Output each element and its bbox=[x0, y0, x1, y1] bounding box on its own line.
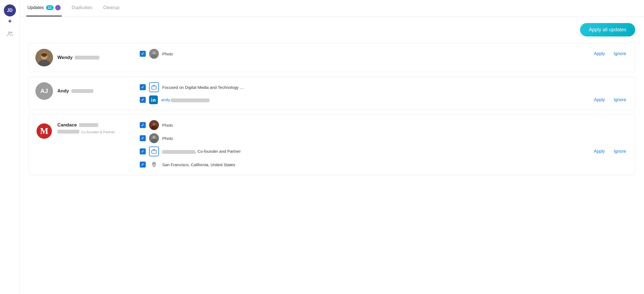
andy-linkedin-redacted bbox=[171, 98, 209, 102]
updates-count-badge: 11 bbox=[46, 5, 54, 10]
tab-cleanup[interactable]: Cleanup bbox=[102, 0, 121, 16]
andy-name: Andy bbox=[57, 88, 69, 94]
candace-action-buttons: Apply Ignore bbox=[592, 148, 628, 155]
wendy-update-photo: Photo Apply Ignore bbox=[140, 49, 628, 59]
candace-updates: Photo Photo bbox=[140, 120, 628, 169]
contact-row-candace: M Candace Co-founder & Partner bbox=[29, 114, 635, 175]
wendy-photo-text: Photo bbox=[162, 52, 589, 56]
candace-job-checkbox[interactable] bbox=[140, 148, 146, 154]
people-icon[interactable] bbox=[5, 29, 15, 39]
wendy-updates: Photo Apply Ignore bbox=[140, 49, 628, 59]
tab-bar: Updates 11 Duplicates Cleanup bbox=[20, 0, 644, 16]
candace-location-icon bbox=[149, 160, 159, 169]
candace-photo2-icon bbox=[149, 133, 159, 143]
tab-duplicates[interactable]: Duplicates bbox=[71, 0, 93, 16]
wendy-avatar bbox=[35, 49, 53, 66]
candace-photo1-icon bbox=[149, 120, 159, 130]
contact-row-andy: AJ Andy bbox=[29, 77, 635, 110]
svg-point-22 bbox=[151, 139, 157, 143]
andy-linkedin-text: andy. bbox=[161, 97, 589, 102]
andy-name-container: Andy bbox=[57, 88, 93, 94]
andy-action-buttons: Apply Ignore bbox=[592, 96, 628, 103]
candace-location-checkbox[interactable] bbox=[140, 162, 146, 168]
svg-text:M: M bbox=[40, 126, 48, 136]
wendy-action-buttons: Apply Ignore bbox=[592, 50, 628, 57]
svg-rect-23 bbox=[152, 150, 156, 154]
candace-update-photo1: Photo bbox=[140, 120, 628, 130]
candace-name-container: Candace Co-founder & Partner bbox=[57, 122, 115, 134]
svg-point-8 bbox=[152, 51, 156, 55]
candace-photo2-text: Photo bbox=[162, 136, 628, 141]
svg-rect-10 bbox=[152, 86, 156, 89]
candace-name: Candace bbox=[57, 122, 77, 128]
candace-subtitle: Co-founder & Partner bbox=[81, 130, 115, 134]
candace-update-photo2: Photo bbox=[140, 133, 628, 143]
contact-row-wendy: Wendy Photo bbox=[29, 43, 635, 72]
candace-briefcase-icon bbox=[149, 146, 159, 156]
contact-info-wendy: Wendy bbox=[35, 49, 140, 66]
andy-job-text: Focused on Digital Media and Technology … bbox=[162, 85, 628, 90]
candace-name-redacted bbox=[79, 123, 98, 127]
svg-point-24 bbox=[153, 163, 155, 164]
apply-all-container: Apply all updates bbox=[29, 23, 635, 43]
svg-point-0 bbox=[8, 32, 10, 33]
andy-updates: Focused on Digital Media and Technology … bbox=[140, 82, 628, 104]
candace-location-text: San Francisco, California, United States bbox=[162, 162, 628, 167]
contact-info-candace: M Candace Co-founder & Partner bbox=[35, 120, 140, 140]
wendy-ignore-button[interactable]: Ignore bbox=[612, 50, 628, 57]
candace-company-redacted bbox=[57, 130, 79, 134]
svg-point-18 bbox=[152, 123, 156, 126]
candace-logo: M bbox=[35, 122, 53, 140]
svg-rect-12 bbox=[152, 99, 152, 102]
wendy-apply-button[interactable]: Apply bbox=[592, 50, 607, 57]
andy-ignore-button[interactable]: Ignore bbox=[612, 96, 628, 103]
andy-briefcase-icon bbox=[149, 82, 159, 92]
candace-job-text: , Co-founder and Partner bbox=[162, 149, 589, 154]
wendy-name-container: Wendy bbox=[57, 55, 99, 60]
andy-apply-button[interactable]: Apply bbox=[592, 96, 607, 103]
andy-job-checkbox[interactable] bbox=[140, 84, 146, 90]
svg-point-21 bbox=[152, 136, 156, 139]
contact-info-andy: AJ Andy bbox=[35, 82, 140, 100]
candace-update-job: , Co-founder and Partner Apply Ignore bbox=[140, 146, 628, 156]
sidebar: JD bbox=[0, 0, 20, 294]
svg-point-6 bbox=[41, 53, 47, 57]
content-area: Apply all updates Wendy bbox=[20, 16, 644, 294]
svg-point-19 bbox=[151, 126, 157, 130]
andy-linkedin-icon bbox=[149, 95, 158, 104]
candace-update-location: San Francisco, California, United States bbox=[140, 160, 628, 169]
wendy-name-redacted bbox=[75, 56, 99, 60]
candace-company-job-redacted bbox=[162, 150, 195, 154]
andy-update-job: Focused on Digital Media and Technology … bbox=[140, 82, 628, 92]
candace-photo1-text: Photo bbox=[162, 123, 628, 128]
wendy-photo-checkbox[interactable] bbox=[140, 51, 146, 57]
andy-avatar: AJ bbox=[35, 82, 53, 100]
updates-purple-badge bbox=[55, 5, 61, 10]
main-content: Updates 11 Duplicates Cleanup Apply all … bbox=[20, 0, 644, 294]
svg-point-13 bbox=[152, 98, 152, 99]
candace-ignore-button[interactable]: Ignore bbox=[612, 148, 628, 155]
tab-updates[interactable]: Updates 11 bbox=[26, 0, 62, 16]
candace-apply-button[interactable]: Apply bbox=[592, 148, 607, 155]
wendy-photo-icon bbox=[149, 49, 159, 59]
svg-point-1 bbox=[10, 32, 12, 33]
andy-update-linkedin: andy. Apply Ignore bbox=[140, 95, 628, 104]
candace-photo1-checkbox[interactable] bbox=[140, 122, 146, 128]
svg-point-9 bbox=[151, 54, 157, 59]
andy-name-redacted bbox=[71, 89, 93, 93]
apply-all-button[interactable]: Apply all updates bbox=[580, 23, 635, 36]
wendy-name: Wendy bbox=[57, 55, 72, 60]
candace-photo2-checkbox[interactable] bbox=[140, 135, 146, 141]
user-avatar: JD bbox=[4, 4, 16, 16]
andy-linkedin-checkbox[interactable] bbox=[140, 97, 146, 103]
status-dot bbox=[9, 20, 11, 22]
